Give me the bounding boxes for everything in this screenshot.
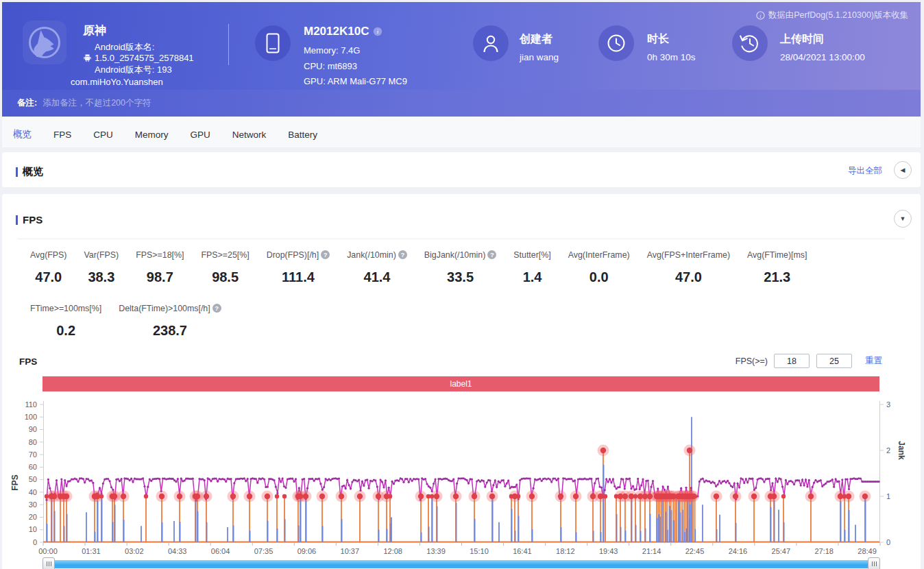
- overview-title: 概览: [23, 165, 43, 178]
- tab-概览[interactable]: 概览: [13, 128, 32, 141]
- metric-FTime>=100ms[%]: FTime>=100ms[%]0.2: [30, 303, 101, 339]
- tab-GPU[interactable]: GPU: [191, 130, 210, 140]
- collect-note-text: 数据由PerfDog(5.1.210300)版本收集: [768, 10, 908, 21]
- tab-FPS[interactable]: FPS: [53, 130, 71, 140]
- metric-value: 47.0: [675, 269, 702, 285]
- metric-value: 0.2: [56, 323, 75, 339]
- grip-icon: [874, 561, 875, 566]
- duration-label: 时长: [647, 32, 669, 47]
- help-icon[interactable]: ?: [398, 250, 407, 259]
- metric-label: Drop(FPS)[/h]?: [267, 250, 330, 260]
- fps-threshold-controls: FPS(>=) 重置: [735, 354, 882, 368]
- info-icon: i: [756, 11, 765, 20]
- triangle-down-icon: ▼: [900, 216, 906, 222]
- help-icon[interactable]: ?: [212, 304, 221, 313]
- fps-chart[interactable]: 0102030405060708090100110012300:0001:310…: [2, 394, 921, 557]
- grip-icon: [49, 561, 49, 566]
- svg-text:110: 110: [25, 400, 37, 409]
- tab-Battery[interactable]: Battery: [288, 130, 317, 140]
- svg-text:06:04: 06:04: [211, 547, 230, 555]
- creator-icon-circle: [473, 25, 509, 61]
- perfdog-report-page: 原神 Android版本名: 1.5.0_2574575_2578841 And…: [0, 0, 924, 569]
- svg-text:1: 1: [886, 492, 890, 500]
- threshold-high-input[interactable]: [816, 354, 852, 368]
- reset-link[interactable]: 重置: [865, 355, 882, 367]
- tab-CPU[interactable]: CPU: [93, 130, 113, 140]
- svg-text:25:47: 25:47: [772, 547, 791, 555]
- collect-note: i 数据由PerfDog(5.1.210300)版本收集: [756, 10, 908, 21]
- device-model: M2012K10C: [304, 25, 369, 38]
- chart-scrollbar-right-handle[interactable]: [868, 557, 880, 569]
- metric-value: 21.3: [764, 269, 790, 285]
- grip-icon: [872, 561, 873, 566]
- fps-metrics-row-2: FTime>=100ms[%]0.2Delta(FTime)>100ms[/h]…: [30, 303, 221, 339]
- svg-text:90: 90: [29, 425, 37, 433]
- threshold-low-input[interactable]: [774, 354, 810, 368]
- banner-label-text: label1: [450, 379, 472, 389]
- overview-collapse-button[interactable]: ◀: [894, 161, 912, 179]
- metric-label: BigJank(/10min)?: [424, 250, 497, 260]
- svg-text:100: 100: [25, 413, 37, 421]
- clock-icon: [598, 25, 634, 61]
- device-info-icon[interactable]: i: [373, 27, 382, 36]
- metric-Stutter[%]: Stutter[%]1.4: [513, 250, 550, 285]
- upload-value: 28/04/2021 13:00:00: [780, 52, 865, 62]
- device-cpu: CPU: mt6893: [304, 61, 357, 71]
- svg-text:01:31: 01:31: [82, 547, 101, 555]
- help-icon[interactable]: ?: [321, 250, 330, 259]
- perfdog-wolf-logo: [23, 21, 66, 64]
- svg-text:22:45: 22:45: [685, 547, 705, 555]
- title-accent-bar: [16, 215, 18, 225]
- upload-label: 上传时间: [780, 32, 824, 47]
- metric-value: 41.4: [364, 269, 391, 285]
- svg-text:27:18: 27:18: [814, 547, 834, 555]
- metric-label: Avg(InterFrame): [568, 250, 630, 260]
- svg-text:03:02: 03:02: [125, 547, 144, 555]
- tab-Memory[interactable]: Memory: [135, 130, 169, 140]
- metric-label: Avg(FPS): [30, 250, 66, 260]
- chart-scrollbar-left-handle[interactable]: [42, 557, 55, 569]
- chart-scrollbar[interactable]: [42, 558, 880, 569]
- chart-scrollbar-track[interactable]: [42, 560, 880, 568]
- android-version-label: Android版本名:: [95, 41, 154, 53]
- device-gpu: GPU: ARM Mali-G77 MC9: [304, 76, 407, 86]
- svg-text:80: 80: [29, 438, 37, 446]
- overview-card: 概览 导出全部 ◀: [2, 152, 921, 187]
- metric-value: 98.7: [147, 269, 173, 285]
- metric-Var(FPS): Var(FPS)38.3: [84, 250, 119, 285]
- metric-value: 47.0: [35, 269, 62, 285]
- svg-text:30: 30: [29, 500, 37, 509]
- export-all-link[interactable]: 导出全部: [848, 165, 882, 177]
- metric-label: Jank(/10min)?: [347, 250, 407, 260]
- tab-Network[interactable]: Network: [232, 130, 267, 140]
- svg-text:04:33: 04:33: [168, 547, 187, 555]
- metric-value: 33.5: [447, 269, 474, 285]
- phone-icon: [255, 25, 291, 61]
- creator-label: 创建者: [520, 32, 552, 47]
- android-icon: [83, 53, 92, 62]
- metric-value: 98.5: [212, 269, 239, 285]
- fps-collapse-button[interactable]: ▼: [894, 210, 912, 228]
- grip-icon: [47, 561, 47, 566]
- app-package: com.miHoYo.Yuanshen: [71, 77, 163, 87]
- svg-text:20: 20: [29, 513, 37, 521]
- fps-card: FPS ▼ Avg(FPS)47.0Var(FPS)38.3FPS>=18[%]…: [2, 194, 921, 569]
- svg-text:i: i: [759, 13, 762, 19]
- duration-value: 0h 30m 10s: [647, 52, 696, 62]
- upload-icon-circle: [732, 25, 768, 61]
- svg-text:18:12: 18:12: [556, 547, 575, 555]
- svg-text:19:43: 19:43: [599, 547, 618, 555]
- chart-label-banner: label1: [42, 376, 879, 391]
- svg-text:40: 40: [29, 488, 37, 496]
- svg-text:24:16: 24:16: [729, 547, 748, 555]
- help-icon[interactable]: ?: [487, 250, 496, 259]
- metric-value: 1.4: [523, 269, 542, 285]
- metric-label: Var(FPS): [84, 250, 119, 260]
- grip-icon: [876, 561, 877, 566]
- svg-text:60: 60: [29, 463, 37, 471]
- creator-value: jian wang: [520, 52, 559, 62]
- remark-bar[interactable]: 备注: 添加备注，不超过200个字符: [2, 90, 921, 117]
- app-name: 原神: [83, 23, 106, 38]
- metric-FPS>=18[%]: FPS>=18[%]98.7: [136, 250, 184, 285]
- svg-text:0: 0: [33, 538, 37, 546]
